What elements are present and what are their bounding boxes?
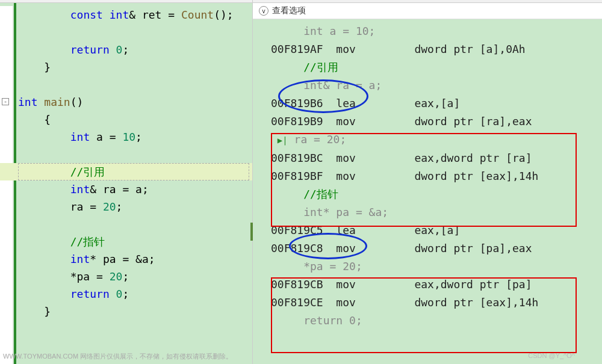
asm-line[interactable]: int& ra = a; — [253, 76, 602, 94]
asm-line[interactable]: 00F819B9 mov dword ptr [ra],eax — [253, 113, 602, 131]
code-line[interactable] — [0, 76, 252, 93]
code-line[interactable]: *pa = 20; — [0, 268, 252, 285]
asm-line[interactable]: int* pa = &a; — [253, 203, 602, 221]
code-line[interactable]: } — [0, 303, 252, 320]
main-container: - const int& ret = Count(); return 0; } … — [0, 0, 602, 364]
code-line[interactable]: //引用 — [0, 163, 252, 180]
code-line[interactable]: const int& ret = Count(); — [0, 6, 252, 23]
options-label: 查看选项 — [272, 5, 306, 16]
code-line[interactable]: ra = 20; — [0, 198, 252, 215]
code-line[interactable]: int* pa = &a; — [0, 250, 252, 268]
asm-line[interactable]: //引用 — [253, 58, 602, 76]
code-line[interactable] — [0, 23, 252, 41]
asm-line[interactable]: 00F819B6 lea eax,[a] — [253, 94, 602, 113]
asm-line[interactable]: *pa = 20; — [253, 258, 602, 276]
code-line[interactable]: int& ra = a; — [0, 180, 252, 198]
asm-line[interactable]: 00F819AF mov dword ptr [a],0Ah — [253, 40, 602, 58]
code-line[interactable]: return 0; — [0, 41, 252, 58]
asm-line[interactable]: 00F819BC mov eax,dword ptr [ra] — [253, 149, 602, 167]
watermark-right: CSDN @Y_^O^ — [528, 352, 575, 359]
code-line[interactable]: int a = 10; — [0, 128, 252, 146]
asm-line[interactable]: 00F819C5 lea eax,[a] — [253, 221, 602, 239]
asm-area[interactable]: int a = 10;00F819AF mov dword ptr [a],0A… — [253, 19, 602, 364]
code-line[interactable]: return 0; — [0, 285, 252, 303]
asm-line[interactable]: return 0; — [253, 312, 602, 330]
current-line-icon: ▶| — [278, 135, 288, 145]
code-line[interactable]: { — [0, 111, 252, 128]
code-area[interactable]: - const int& ret = Count(); return 0; } … — [0, 3, 252, 364]
code-line[interactable]: } — [0, 58, 252, 76]
code-line[interactable] — [0, 215, 252, 233]
code-line[interactable] — [0, 146, 252, 163]
asm-line[interactable]: ▶| ra = 20; — [253, 131, 602, 149]
watermark: WWW.TOYMOBAN.COM 网络图片仅供展示，不存储，如有侵权请联系删除。 — [3, 352, 232, 361]
code-line[interactable]: int main() — [0, 93, 252, 111]
disasm-pane: v 查看选项 int a = 10;00F819AF mov dword ptr… — [253, 0, 602, 364]
asm-line[interactable]: 00F819CE mov dword ptr [eax],14h — [253, 294, 602, 312]
asm-line[interactable]: 00F819C8 mov dword ptr [pa],eax — [253, 239, 602, 258]
code-line[interactable]: //指针 — [0, 233, 252, 250]
asm-line[interactable]: //指针 — [253, 185, 602, 203]
options-toggle-icon[interactable]: v — [259, 6, 268, 16]
asm-line[interactable]: int a = 10; — [253, 22, 602, 40]
options-bar[interactable]: v 查看选项 — [253, 3, 602, 19]
asm-line[interactable]: 00F819CB mov eax,dword ptr [pa] — [253, 276, 602, 294]
source-pane: - const int& ret = Count(); return 0; } … — [0, 0, 253, 364]
asm-line[interactable]: 00F819BF mov dword ptr [eax],14h — [253, 167, 602, 185]
